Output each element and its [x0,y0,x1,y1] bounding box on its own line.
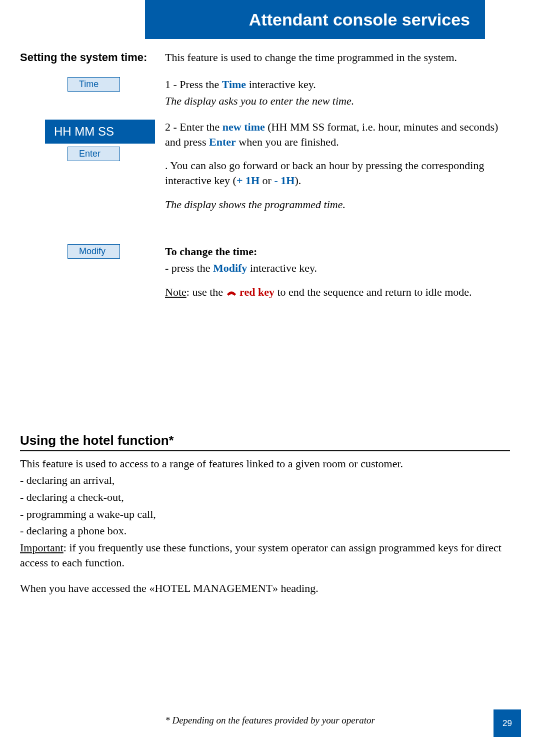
time-key-ref: Time [222,78,246,91]
page-content: Setting the system time: This feature is… [20,50,510,598]
step1-result: The display asks you to enter the new ti… [165,94,510,109]
handset-down-icon [226,286,237,301]
modify-ref: Modify [213,262,247,274]
minus1h-ref: - 1H [274,174,294,187]
step1-text: 1 - Press the Time interactive key. [165,77,510,92]
note-line: Note: use the red key to end the sequenc… [165,285,510,301]
footnote: * Depending on the features provided by … [0,715,540,726]
hotel-section-title: Using the hotel function* [20,433,510,451]
hotel-item-1: - declaring a check-out, [20,490,510,505]
setting-time-intro: This feature is used to change the time … [165,50,510,65]
hotel-item-3: - declaring a phone box. [20,523,510,538]
newtime-ref: new time [222,121,265,133]
manual-page: Attendant console services Setting the s… [0,0,540,756]
hotel-item-0: - declaring an arrival, [20,473,510,488]
step2-result: The display shows the programmed time. [165,197,510,212]
change-heading: To change the time: [165,244,510,259]
hotel-important: Important: if you frequently use these f… [20,540,510,570]
hotel-function-section: Using the hotel function* This feature i… [20,433,510,596]
page-number: 29 [502,718,512,728]
step2-text: 2 - Enter the new time (HH MM SS format,… [165,120,510,149]
softkey-modify[interactable]: Modify [68,244,120,259]
chapter-header: Attendant console services [145,0,485,39]
change-line: - press the Modify interactive key. [165,261,510,276]
red-key-ref: red key [237,286,274,298]
softkey-enter[interactable]: Enter [68,147,120,161]
enter-ref: Enter [209,136,236,148]
setting-time-label: Setting the system time: [20,50,165,64]
time-display: HH MM SS [45,120,155,144]
important-label: Important [20,541,64,554]
plus1h-ref: + 1H [236,174,260,187]
step2-alt: . You can also go forward or back an hou… [165,158,510,188]
note-label: Note [165,286,186,298]
chapter-title: Attendant console services [249,10,470,30]
page-number-box: 29 [494,709,521,737]
hotel-final: When you have accessed the «HOTEL MANAGE… [20,581,510,596]
hotel-item-2: - programming a wake-up call, [20,507,510,522]
softkey-time[interactable]: Time [68,77,120,92]
hotel-intro: This feature is used to access to a rang… [20,456,510,471]
